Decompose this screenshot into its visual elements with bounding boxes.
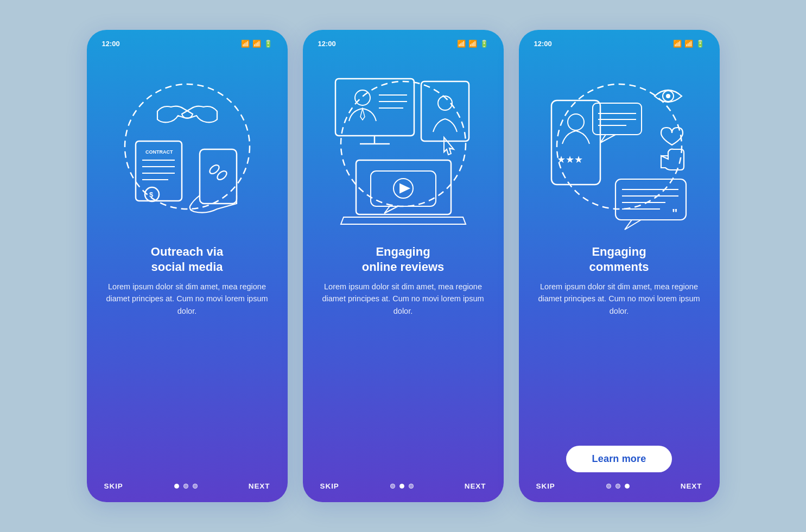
illustration-svg-3: ★★★: [535, 57, 703, 236]
status-icons-3: 📶 📶 🔋: [673, 40, 705, 48]
dot-3-1: [606, 484, 611, 489]
dot-2-3: [409, 484, 414, 489]
illustration-area-3: ★★★: [535, 54, 703, 239]
status-icons-1: 📶 📶 🔋: [241, 40, 272, 48]
phone-screen-3: 12:00 📶 📶 🔋 ★★★: [519, 30, 720, 502]
svg-point-27: [568, 114, 584, 130]
screen-title-2: Engagingonline reviews: [362, 244, 445, 274]
illustration-area-2: [319, 54, 487, 239]
learn-more-button[interactable]: Learn more: [566, 446, 672, 472]
svg-text:CONTRACT: CONTRACT: [145, 149, 173, 155]
screen-body-2: Lorem ipsum dolor sit dim amet, mea regi…: [316, 281, 491, 376]
next-button-1[interactable]: NEXT: [249, 482, 270, 490]
wifi-icon-3: 📶: [673, 40, 682, 48]
illustration-svg-1: CONTRACT $: [103, 57, 271, 236]
status-bar-1: 12:00 📶 📶 🔋: [100, 40, 275, 48]
dot-3-3: [625, 484, 630, 489]
wifi-icon-2: 📶: [457, 40, 466, 48]
signal-icon-3: 📶: [684, 40, 693, 48]
phone-screen-1: 12:00 📶 📶 🔋 CONTRACT $: [87, 30, 288, 502]
bottom-nav-2: SKIP NEXT: [316, 478, 491, 490]
skip-button-1[interactable]: SKIP: [104, 482, 123, 490]
status-icons-2: 📶 📶 🔋: [457, 40, 488, 48]
dots-3: [606, 484, 630, 489]
bottom-nav-3: SKIP NEXT: [532, 478, 707, 490]
wifi-icon-1: 📶: [241, 40, 250, 48]
svg-text:★★★: ★★★: [557, 154, 583, 165]
time-1: 12:00: [102, 40, 120, 48]
signal-icon-1: 📶: [252, 40, 261, 48]
illustration-svg-2: [319, 57, 487, 236]
svg-text:": ": [672, 206, 677, 220]
screens-container: 12:00 📶 📶 🔋 CONTRACT $: [87, 30, 720, 502]
svg-point-14: [355, 90, 370, 105]
bottom-nav-1: SKIP NEXT: [100, 478, 275, 490]
next-button-3[interactable]: NEXT: [681, 482, 702, 490]
screen-body-3: Lorem ipsum dolor sit dim amet, mea regi…: [532, 281, 707, 438]
svg-point-0: [125, 84, 250, 209]
next-button-2[interactable]: NEXT: [465, 482, 486, 490]
dot-2-2: [399, 484, 404, 489]
svg-rect-20: [421, 81, 469, 141]
dots-2: [390, 484, 414, 489]
svg-rect-9: [200, 149, 237, 204]
time-3: 12:00: [534, 40, 552, 48]
time-2: 12:00: [318, 40, 336, 48]
phone-screen-2: 12:00 📶 📶 🔋: [303, 30, 504, 502]
battery-icon-2: 🔋: [480, 40, 488, 48]
dot-2-1: [390, 484, 395, 489]
skip-button-3[interactable]: SKIP: [536, 482, 555, 490]
svg-rect-13: [335, 79, 414, 136]
svg-point-34: [666, 94, 670, 98]
dot-3-2: [615, 484, 620, 489]
dot-1-2: [183, 484, 188, 489]
dot-1-3: [193, 484, 198, 489]
screen-title-1: Outreach viasocial media: [151, 244, 223, 274]
battery-icon-3: 🔋: [696, 40, 705, 48]
status-bar-3: 12:00 📶 📶 🔋: [532, 40, 707, 48]
signal-icon-2: 📶: [468, 40, 477, 48]
dots-1: [174, 484, 198, 489]
skip-button-2[interactable]: SKIP: [320, 482, 339, 490]
illustration-area-1: CONTRACT $: [103, 54, 271, 239]
svg-text:$: $: [149, 191, 154, 199]
screen-body-1: Lorem ipsum dolor sit dim amet, mea regi…: [100, 281, 275, 376]
dot-1-1: [174, 484, 179, 489]
battery-icon-1: 🔋: [264, 40, 272, 48]
status-bar-2: 12:00 📶 📶 🔋: [316, 40, 491, 48]
screen-title-3: Engagingcomments: [589, 244, 649, 274]
